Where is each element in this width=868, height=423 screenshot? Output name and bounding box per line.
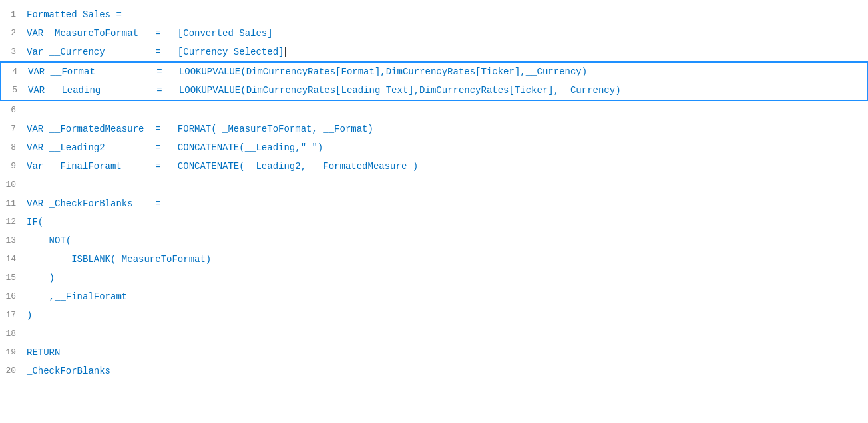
code-line-11: 11 VAR _CheckForBlanks = — [0, 194, 868, 213]
line-content-11: VAR _CheckForBlanks = — [24, 194, 868, 213]
code-line-18: 18 — [0, 325, 868, 343]
code-line-19: 19 RETURN — [0, 343, 868, 362]
line-num-20: 20 — [0, 362, 24, 380]
line-num-7: 7 — [0, 120, 24, 138]
code-line-9: 9 Var __FinalForamt = CONCATENATE(__Lead… — [0, 157, 868, 176]
line-content-16: ,__FinalForamt — [24, 287, 868, 306]
line-num-6: 6 — [0, 101, 24, 120]
line-content-19: RETURN — [24, 343, 868, 362]
code-editor[interactable]: 1 Formatted Sales = 2 VAR _MeasureToForm… — [0, 0, 868, 423]
line-content-7: VAR __FormatedMeasure = FORMAT( _Measure… — [24, 120, 868, 138]
code-line-12: 12 IF( — [0, 213, 868, 231]
line-num-10: 10 — [0, 176, 24, 194]
line-num-9: 9 — [0, 157, 24, 176]
code-line-17: 17 ) — [0, 306, 868, 325]
line-num-2: 2 — [0, 24, 24, 43]
line-num-11: 11 — [0, 194, 24, 213]
code-line-13: 13 NOT( — [0, 231, 868, 250]
line-content-15: ) — [24, 269, 868, 287]
code-line-1: 1 Formatted Sales = — [0, 5, 868, 24]
line-num-5: 5 — [1, 81, 25, 100]
code-line-14: 14 ISBLANK(_MeasureToFormat) — [0, 250, 868, 269]
line-num-17: 17 — [0, 306, 24, 325]
line-content-5: VAR __Leading = LOOKUPVALUE(DimCurrencyR… — [25, 81, 867, 100]
line-content-13: NOT( — [24, 231, 868, 250]
code-line-4: 4 VAR __Format = LOOKUPVALUE(DimCurrency… — [1, 63, 867, 81]
code-line-20: 20 _CheckForBlanks — [0, 362, 868, 380]
code-line-8: 8 VAR __Leading2 = CONCATENATE(__Leading… — [0, 138, 868, 157]
line-content-17: ) — [24, 306, 868, 325]
line-content-12: IF( — [24, 213, 868, 231]
code-line-16: 16 ,__FinalForamt — [0, 287, 868, 306]
code-line-6: 6 — [0, 101, 868, 120]
line-content-9: Var __FinalForamt = CONCATENATE(__Leadin… — [24, 157, 868, 176]
code-line-5: 5 VAR __Leading = LOOKUPVALUE(DimCurrenc… — [1, 81, 867, 100]
highlighted-block: 4 VAR __Format = LOOKUPVALUE(DimCurrency… — [0, 61, 868, 101]
code-line-7: 7 VAR __FormatedMeasure = FORMAT( _Measu… — [0, 120, 868, 138]
line-content-3: Var __Currency = [Currency Selected] — [24, 43, 868, 61]
line-content-18 — [24, 325, 868, 343]
line-content-20: _CheckForBlanks — [24, 362, 868, 380]
line-num-14: 14 — [0, 250, 24, 269]
line-num-15: 15 — [0, 269, 24, 287]
line-num-12: 12 — [0, 213, 24, 231]
code-line-3: 3 Var __Currency = [Currency Selected] — [0, 43, 868, 61]
line-content-6 — [24, 101, 868, 120]
line-num-13: 13 — [0, 231, 24, 250]
code-line-10: 10 — [0, 176, 868, 194]
line-num-19: 19 — [0, 343, 24, 362]
line-num-3: 3 — [0, 43, 24, 61]
code-line-15: 15 ) — [0, 269, 868, 287]
code-line-2: 2 VAR _MeasureToFormat = [Converted Sale… — [0, 24, 868, 43]
line-num-8: 8 — [0, 138, 24, 157]
line-content-4: VAR __Format = LOOKUPVALUE(DimCurrencyRa… — [25, 63, 867, 81]
line-content-14: ISBLANK(_MeasureToFormat) — [24, 250, 868, 269]
line-num-16: 16 — [0, 287, 24, 306]
text-cursor — [285, 47, 286, 57]
line-content-10 — [24, 176, 868, 194]
line-content-2: VAR _MeasureToFormat = [Converted Sales] — [24, 24, 868, 43]
line-num-4: 4 — [1, 63, 25, 81]
line-content-1: Formatted Sales = — [24, 5, 868, 24]
line-content-8: VAR __Leading2 = CONCATENATE(__Leading,"… — [24, 138, 868, 157]
line-num-1: 1 — [0, 5, 24, 24]
line-num-18: 18 — [0, 325, 24, 343]
